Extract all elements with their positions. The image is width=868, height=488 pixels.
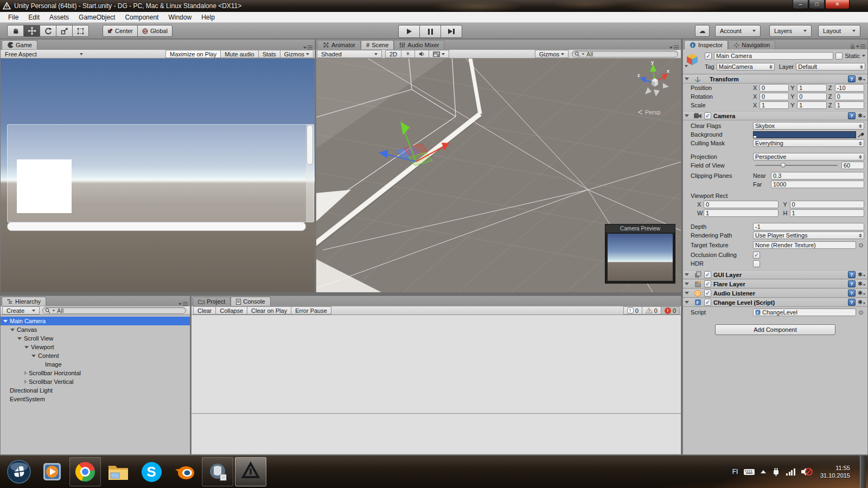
tree-item-canvas[interactable]: Canvas xyxy=(1,325,190,334)
step-button[interactable] xyxy=(441,25,462,38)
rotation-z-field[interactable]: 0 xyxy=(835,93,864,100)
create-dropdown[interactable]: Create xyxy=(2,306,40,314)
foldout-open-icon[interactable] xyxy=(685,282,689,285)
taskbar-clock[interactable]: 11:55 31.10.2015 xyxy=(820,464,850,479)
title-bar[interactable]: Unity Personal (64bit) - Start.unity - D… xyxy=(0,0,868,12)
scene-audio-toggle[interactable] xyxy=(414,50,429,58)
menu-assets[interactable]: Assets xyxy=(44,14,74,21)
show-desktop-button[interactable] xyxy=(860,455,866,488)
tree-item-eventsystem[interactable]: EventSystem xyxy=(1,395,190,403)
taskbar-blender[interactable] xyxy=(169,457,200,486)
pivot-toggle-button[interactable]: Center xyxy=(103,25,138,37)
tab-game[interactable]: Game xyxy=(2,40,37,49)
tree-item-scroll-view[interactable]: Scroll View xyxy=(1,334,190,343)
position-y-field[interactable]: 1 xyxy=(797,84,826,92)
tray-expand-icon[interactable] xyxy=(761,470,766,473)
scene-search-input[interactable]: All xyxy=(572,50,678,57)
scale-tool-button[interactable] xyxy=(56,25,73,37)
audio-listener-header[interactable]: ✓ Audio Listener ?✱ xyxy=(683,288,867,298)
clear-flags-dropdown[interactable]: Skybox xyxy=(753,122,864,130)
menu-file[interactable]: File xyxy=(3,14,23,21)
account-dropdown[interactable]: Account xyxy=(715,25,761,37)
foldout-open-icon[interactable] xyxy=(685,114,689,117)
tree-item-directional-light[interactable]: Directional Light xyxy=(1,386,190,395)
position-x-field[interactable]: 0 xyxy=(760,84,789,92)
taskbar-media-player[interactable] xyxy=(36,457,68,486)
foldout-closed-icon[interactable] xyxy=(24,371,27,375)
help-icon[interactable]: ? xyxy=(848,280,856,287)
menu-gameobject[interactable]: GameObject xyxy=(74,14,120,21)
fov-field[interactable]: 60 xyxy=(841,162,864,169)
active-checkbox[interactable]: ✓ xyxy=(705,53,712,60)
gameobject-icon[interactable] xyxy=(685,52,699,66)
viewport-x-field[interactable]: 0 xyxy=(704,201,778,208)
warning-count-badge[interactable]: ! 0 xyxy=(642,306,661,314)
2d-toggle[interactable]: 2D xyxy=(385,50,401,58)
gear-icon[interactable]: ✱ xyxy=(858,299,865,306)
gear-icon[interactable]: ✱ xyxy=(858,112,865,119)
info-count-badge[interactable]: !0 xyxy=(623,306,642,314)
gear-icon[interactable]: ✱ xyxy=(858,290,865,297)
volume-muted-icon[interactable] xyxy=(801,467,813,477)
collapse-button[interactable]: Collapse xyxy=(215,306,247,314)
inspector-menu[interactable] xyxy=(850,43,865,49)
gear-icon[interactable]: ✱ xyxy=(858,75,865,82)
tree-item-viewport[interactable]: Viewport xyxy=(1,343,190,351)
clipping-near-field[interactable]: 0.3 xyxy=(771,172,864,179)
aspect-dropdown[interactable]: Free Aspect xyxy=(1,50,87,58)
maximize-button[interactable]: □ xyxy=(809,0,825,9)
move-tool-button[interactable] xyxy=(23,25,40,37)
audio-listener-enabled-checkbox[interactable]: ✓ xyxy=(704,290,711,297)
taskbar-skype[interactable]: S xyxy=(136,457,167,486)
tree-item-scrollbar-vertical[interactable]: Scrollbar Vertical xyxy=(1,377,190,386)
menu-edit[interactable]: Edit xyxy=(23,14,44,21)
tree-item-main-camera[interactable]: Main Camera xyxy=(1,317,190,325)
position-z-field[interactable]: -10 xyxy=(835,84,864,92)
draw-mode-dropdown[interactable]: Shaded xyxy=(317,50,382,58)
gui-layer-enabled-checkbox[interactable]: ✓ xyxy=(704,271,711,278)
foldout-open-icon[interactable] xyxy=(10,329,15,331)
camera-enabled-checkbox[interactable]: ✓ xyxy=(704,112,711,119)
object-name-field[interactable]: Main Camera xyxy=(714,52,833,60)
foldout-open-icon[interactable] xyxy=(24,346,29,349)
tab-scene[interactable]: # Scene xyxy=(361,40,394,49)
game-viewport[interactable] xyxy=(1,59,315,292)
fov-slider[interactable] xyxy=(755,165,838,166)
help-icon[interactable]: ? xyxy=(848,299,856,306)
stats-toggle[interactable]: Stats xyxy=(258,50,280,58)
object-picker-icon[interactable]: ⊙ xyxy=(858,242,864,249)
error-pause-button[interactable]: Error Pause xyxy=(291,306,331,314)
scene-lighting-toggle[interactable]: ☀ xyxy=(401,50,415,58)
maximize-on-play-toggle[interactable]: Maximize on Play xyxy=(165,50,221,58)
gear-icon[interactable]: ✱ xyxy=(858,271,865,278)
panel-menu-icon[interactable] xyxy=(178,302,188,306)
taskbar-chrome[interactable] xyxy=(69,457,101,486)
scene-gizmos-dropdown[interactable]: Gizmos xyxy=(535,50,569,58)
camera-header[interactable]: ✓ Camera ?✱ xyxy=(683,111,867,120)
clipping-far-field[interactable]: 1000 xyxy=(771,181,864,188)
occlusion-culling-checkbox[interactable]: ✓ xyxy=(753,252,760,259)
panel-menu-icon[interactable] xyxy=(669,46,679,49)
panel-menu-icon[interactable] xyxy=(303,46,312,49)
background-color-swatch[interactable] xyxy=(753,131,856,138)
transform-header[interactable]: Transform ?✱ xyxy=(683,74,867,84)
foldout-open-icon[interactable] xyxy=(685,273,689,276)
projection-dropdown[interactable]: Perspective xyxy=(753,153,864,160)
script-enabled-checkbox[interactable]: ✓ xyxy=(704,299,711,306)
clear-button[interactable]: Clear xyxy=(193,306,216,314)
scene-effects-dropdown[interactable] xyxy=(429,50,449,58)
flare-layer-enabled-checkbox[interactable]: ✓ xyxy=(704,280,711,287)
tab-hierarchy[interactable]: Hierarchy xyxy=(2,297,46,306)
gui-layer-header[interactable]: ✓ GUI Layer ?✱ xyxy=(683,270,867,279)
layout-dropdown[interactable]: Layout xyxy=(818,25,860,37)
rotation-y-field[interactable]: 0 xyxy=(797,93,826,100)
taskbar-monodevelop[interactable] xyxy=(202,457,233,486)
console-detail-pane[interactable] xyxy=(192,414,681,454)
tree-item-scrollbar-horizontal[interactable]: Scrollbar Horizontal xyxy=(1,369,190,377)
culling-mask-dropdown[interactable]: Everything xyxy=(753,139,864,147)
taskbar-explorer[interactable] xyxy=(103,457,134,486)
rotation-x-field[interactable]: 0 xyxy=(760,93,789,100)
tag-dropdown[interactable]: MainCamera xyxy=(717,63,775,70)
tab-navigation[interactable]: Navigation xyxy=(728,40,775,49)
menu-component[interactable]: Component xyxy=(120,14,163,21)
